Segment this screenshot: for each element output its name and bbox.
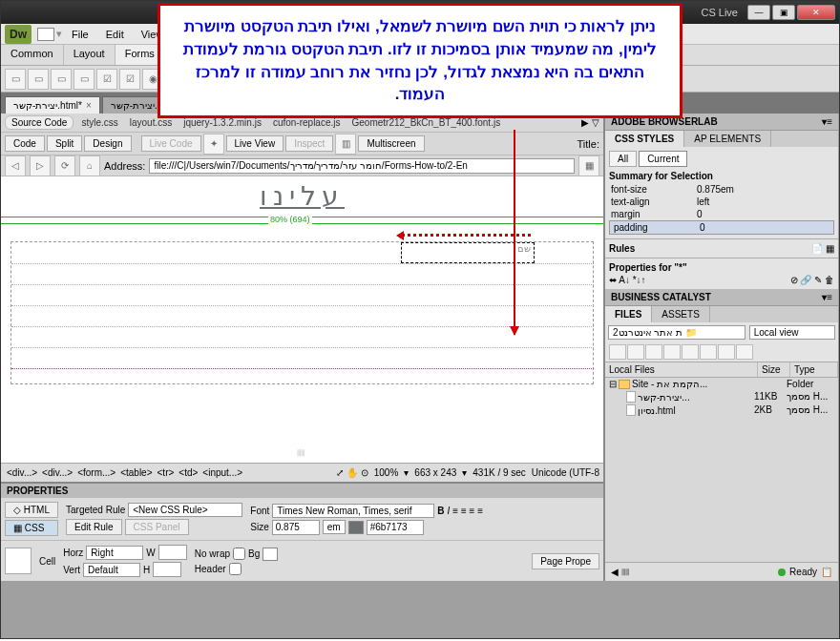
text-field-icon[interactable]: ▭ xyxy=(28,69,49,90)
page-props-button[interactable]: Page Prope xyxy=(532,553,599,569)
file-icon xyxy=(626,391,636,403)
sync-icon[interactable] xyxy=(718,344,735,360)
back-icon[interactable]: ◁ xyxy=(5,155,26,176)
forward-icon[interactable]: ▷ xyxy=(30,155,51,176)
ap-elements-tab[interactable]: AP ELEMENTS xyxy=(684,131,771,147)
vert-select[interactable]: Default xyxy=(83,563,140,577)
layout-icon[interactable] xyxy=(37,28,54,41)
horz-select[interactable]: Right xyxy=(86,546,143,560)
props-for-label: Properties for "*" xyxy=(609,262,687,273)
live-view-button[interactable]: Live View xyxy=(226,135,284,152)
title-label: Title: xyxy=(578,138,599,150)
prop-textalign[interactable]: text-alignleft xyxy=(609,196,834,208)
form-icon[interactable]: ▭ xyxy=(5,69,26,90)
view-select[interactable]: Local view xyxy=(749,325,835,340)
action-icons[interactable]: ⊘ 🔗 ✎ 🗑 xyxy=(790,275,834,285)
split-view-button[interactable]: Split xyxy=(47,135,82,152)
home-icon[interactable]: ⌂ xyxy=(79,155,100,176)
file-row[interactable]: יצירת-קשר... 11KBמסמך H... xyxy=(605,390,838,403)
prop-margin[interactable]: margin0 xyxy=(609,208,834,220)
minimize-button[interactable]: — xyxy=(747,5,770,20)
bg-swatch[interactable] xyxy=(262,548,278,561)
all-button[interactable]: All xyxy=(609,151,637,167)
html-mode-button[interactable]: ◇ HTML xyxy=(5,502,58,518)
expand-icon[interactable] xyxy=(736,344,753,360)
design-view-button[interactable]: Design xyxy=(84,135,131,152)
inspect-button[interactable]: Inspect xyxy=(285,135,333,152)
site-row[interactable]: ⊟ Site - הקמת את... Folder xyxy=(605,378,838,390)
sort-icons[interactable]: ⬌ A↓ *↓↑ xyxy=(609,275,646,285)
css-styles-tab[interactable]: CSS STYLES xyxy=(605,131,684,147)
put-icon[interactable] xyxy=(663,344,681,360)
hidden-field-icon[interactable]: ▭ xyxy=(51,69,72,90)
address-go-icon[interactable]: ▦ xyxy=(578,155,599,176)
tab-common[interactable]: Common xyxy=(1,45,64,65)
font-select[interactable]: Times New Roman, Times, serif xyxy=(272,504,434,518)
refresh-icon[interactable] xyxy=(627,344,644,360)
prop-padding[interactable]: padding0 xyxy=(609,220,834,235)
multiscreen-button[interactable]: Multiscreen xyxy=(358,135,424,152)
prop-fontsize[interactable]: font-size0.875em xyxy=(609,183,834,196)
properties-panel: PROPERTIES ◇ HTML ▦ CSS Targeted Rule<Ne… xyxy=(1,482,603,581)
folder-icon xyxy=(619,380,630,389)
unit-select[interactable]: em xyxy=(323,520,346,534)
close-icon[interactable]: × xyxy=(86,100,92,111)
menu-edit[interactable]: Edit xyxy=(98,27,132,42)
textarea-icon[interactable]: ▭ xyxy=(74,69,94,90)
cell-icon xyxy=(5,548,32,574)
edit-rule-button[interactable]: Edit Rule xyxy=(66,519,122,535)
cslive-label[interactable]: CS Live xyxy=(701,7,738,18)
live-code-button[interactable]: Live Code xyxy=(141,135,201,152)
file-columns: Local Files Size Type xyxy=(605,362,838,378)
assets-tab[interactable]: ASSETS xyxy=(652,306,709,322)
files-tab[interactable]: FILES xyxy=(605,306,652,322)
files-status: ◀ ⦀⦀ Ready 📋 xyxy=(605,562,838,581)
refresh-icon[interactable]: ⟳ xyxy=(54,155,75,176)
color-input[interactable] xyxy=(367,520,424,535)
bold-button[interactable]: B xyxy=(437,506,444,516)
code-view-button[interactable]: Code xyxy=(5,135,45,152)
doc-status-bar: <div...> <div...> <form...> <table> <tr>… xyxy=(1,463,603,482)
summary-label: Summary for Selection xyxy=(609,171,834,181)
tab-layout[interactable]: Layout xyxy=(64,45,116,65)
get-icon[interactable] xyxy=(645,344,662,360)
address-input[interactable] xyxy=(149,158,575,174)
maximize-button[interactable]: ▣ xyxy=(772,5,795,20)
menu-file[interactable]: File xyxy=(64,27,96,42)
bc-panel[interactable]: BUSINESS CATALYST▾≡ xyxy=(605,289,838,306)
nowrap-checkbox[interactable] xyxy=(233,548,245,560)
css-mode-button[interactable]: ▦ CSS xyxy=(5,520,58,536)
multiscreen-icon[interactable]: ▥ xyxy=(335,134,356,155)
italic-button[interactable]: I xyxy=(448,506,451,516)
css-panel-button[interactable]: CSS Panel xyxy=(125,519,189,535)
zoom-level[interactable]: 100% xyxy=(374,467,399,478)
checkout-icon[interactable] xyxy=(682,344,699,360)
files-toolbar xyxy=(605,342,838,362)
file-icon xyxy=(626,404,636,416)
size-input[interactable] xyxy=(272,520,320,535)
align-buttons[interactable]: ≡ ≡ ≡ ≡ xyxy=(452,506,483,516)
page-size: 431K / 9 sec xyxy=(472,467,526,478)
close-button[interactable]: ✕ xyxy=(797,5,835,20)
source-code-button[interactable]: Source Code xyxy=(5,115,74,130)
inspect-icon[interactable]: ✦ xyxy=(203,134,224,155)
height-input[interactable] xyxy=(153,562,181,577)
rules-label: Rules xyxy=(609,243,635,254)
current-button[interactable]: Current xyxy=(639,151,687,167)
tag-selector[interactable]: <div...> <div...> <form...> <table> <tr>… xyxy=(5,467,244,478)
rules-icons[interactable]: 📄 ▦ xyxy=(811,243,834,254)
checkbox-icon[interactable]: ☑ xyxy=(96,69,117,90)
connect-icon[interactable] xyxy=(609,344,626,360)
width-input[interactable] xyxy=(158,545,187,560)
header-checkbox[interactable] xyxy=(229,563,242,575)
site-select[interactable]: ת אתר אינטרנט2 📁 xyxy=(608,325,746,340)
scroll-indicator: ⦀⦀ xyxy=(297,447,304,459)
checkin-icon[interactable] xyxy=(700,344,717,360)
checkbox-group-icon[interactable]: ☑ xyxy=(119,69,140,90)
related-style[interactable]: style.css xyxy=(77,116,121,129)
form-table[interactable] xyxy=(10,241,594,384)
file-tab-1[interactable]: יצירת-קשר.html*× xyxy=(5,96,100,114)
targeted-rule-select[interactable]: <New CSS Rule> xyxy=(128,503,242,517)
file-row[interactable]: נסיון.html 2KBמסמך H... xyxy=(605,403,838,417)
color-swatch[interactable] xyxy=(348,521,364,534)
